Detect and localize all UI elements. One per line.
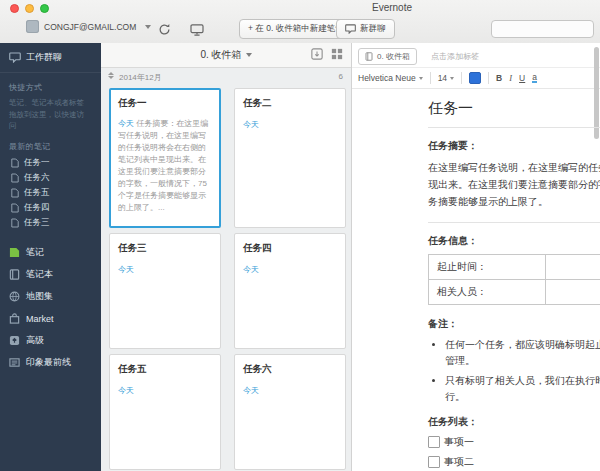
sidebar-item-premium[interactable]: 高级 bbox=[0, 330, 101, 352]
premium-icon bbox=[9, 335, 20, 346]
note-doc-icon bbox=[11, 158, 19, 168]
checklist-item-label[interactable]: 事项二 bbox=[444, 455, 474, 469]
note-list-header: 0. 收件箱 bbox=[101, 43, 351, 68]
italic-button[interactable]: I bbox=[509, 73, 512, 83]
bold-button[interactable]: B bbox=[496, 73, 502, 83]
note-list-subheader: 2014年12月 6 bbox=[101, 68, 351, 85]
info-label[interactable]: 任务信息： bbox=[428, 234, 600, 248]
note-editor-panel: 0. 收件箱 点击添加标签 Helvetica Neue 14 B I U a … bbox=[352, 43, 600, 471]
note-info-table: 起止时间： 相关人员： bbox=[428, 254, 600, 305]
sidebar-recent-note-2[interactable]: 任务六 bbox=[0, 171, 101, 186]
notebook-chip[interactable]: 0. 收件箱 bbox=[358, 48, 417, 65]
sidebar-recent-note-1[interactable]: 任务一 bbox=[0, 156, 101, 171]
notes-label[interactable]: 备注： bbox=[428, 317, 600, 331]
chevron-down-icon bbox=[450, 77, 454, 80]
sidebar-recent-note-3[interactable]: 任务五 bbox=[0, 186, 101, 201]
bullet-item[interactable]: 只有标明了相关人员，我们在执行时才能够很好的督促相关任务的执行。 bbox=[445, 373, 600, 405]
note-card-date: 今天 bbox=[118, 119, 134, 128]
card-view-icon[interactable] bbox=[331, 48, 343, 60]
zoom-window-button[interactable] bbox=[40, 4, 49, 13]
note-card-title: 任务三 bbox=[118, 242, 212, 255]
account-menu[interactable]: CONGJF@GMAIL.COM bbox=[26, 20, 151, 33]
atlas-globe-icon bbox=[9, 291, 20, 302]
sidebar-item-notebooks[interactable]: 笔记本 bbox=[0, 264, 101, 286]
note-card-date: 今天 bbox=[243, 119, 337, 130]
font-size-select[interactable]: 14 bbox=[438, 73, 454, 83]
table-row: 起止时间： bbox=[429, 255, 600, 280]
recent-note-label: 任务一 bbox=[24, 157, 50, 169]
note-card-title: 任务二 bbox=[243, 97, 337, 110]
table-cell-label[interactable]: 起止时间： bbox=[429, 255, 546, 280]
note-card-date: 今天 bbox=[118, 385, 212, 396]
sidebar-item-market[interactable]: Market bbox=[0, 308, 101, 330]
sort-order-icon[interactable] bbox=[108, 72, 114, 79]
checklist-label[interactable]: 任务列表： bbox=[428, 415, 600, 429]
checklist-item: 事项一 bbox=[428, 435, 600, 449]
note-card-date: 今天 bbox=[118, 264, 212, 275]
search-input[interactable] bbox=[491, 20, 594, 38]
sidebar-item-atlas[interactable]: 地图集 bbox=[0, 286, 101, 308]
minimize-window-button[interactable] bbox=[25, 4, 34, 13]
new-note-label: + 在 0. 收件箱中新建笔记 bbox=[248, 23, 344, 35]
note-card-snippet: 今天 任务摘要：在这里编写任务说明，在这里编写的任务说明将会在右侧的笔记列表中呈… bbox=[118, 118, 212, 214]
sidebar: 工作群聊 快捷方式 笔记、笔记本或者标签拖放到这里，以快速访问 最新的笔记 任务… bbox=[0, 43, 101, 471]
avatar bbox=[26, 20, 39, 33]
work-chat-icon bbox=[9, 52, 21, 63]
account-email: CONGJF@GMAIL.COM bbox=[44, 22, 136, 32]
highlight-button[interactable]: a bbox=[532, 73, 537, 84]
shortcuts-hint: 笔记、笔记本或者标签拖放到这里，以快速访问 bbox=[9, 97, 91, 132]
table-row: 相关人员： bbox=[429, 280, 600, 305]
section-divider bbox=[428, 222, 600, 223]
sidebar-item-frontline[interactable]: 印象最前线 bbox=[0, 352, 101, 374]
note-title[interactable]: 任务一 bbox=[428, 99, 600, 118]
note-bullet-list: 任何一个任务，都应该明确标明起止时间，我们要按照时间情况进行管理。 只有标明了相… bbox=[428, 337, 600, 405]
presentation-icon[interactable] bbox=[190, 24, 204, 36]
note-doc-icon bbox=[11, 173, 19, 183]
close-window-button[interactable] bbox=[10, 4, 19, 13]
chevron-down-icon bbox=[419, 77, 423, 80]
newspaper-icon bbox=[9, 357, 20, 368]
sidebar-recent-note-4[interactable]: 任务四 bbox=[0, 201, 101, 216]
sync-icon[interactable] bbox=[158, 23, 171, 36]
recent-note-label: 任务三 bbox=[24, 217, 50, 229]
note-count: 6 bbox=[339, 72, 343, 81]
underline-button[interactable]: U bbox=[519, 73, 525, 83]
note-card-3[interactable]: 任务三 今天 bbox=[109, 233, 221, 349]
note-card-title: 任务四 bbox=[243, 242, 337, 255]
checklist-item-label[interactable]: 事项一 bbox=[444, 435, 474, 449]
summary-label[interactable]: 任务摘要： bbox=[428, 139, 600, 153]
divider bbox=[430, 72, 431, 84]
checkbox[interactable] bbox=[428, 436, 440, 448]
sidebar-item-work-chat[interactable]: 工作群聊 bbox=[0, 43, 101, 73]
note-card-1[interactable]: 任务一 今天 任务摘要：在这里编写任务说明，在这里编写的任务说明将会在右侧的笔记… bbox=[109, 88, 221, 228]
font-family-select[interactable]: Helvetica Neue bbox=[358, 73, 423, 83]
checkbox[interactable] bbox=[428, 456, 440, 468]
editor-infobar: 0. 收件箱 点击添加标签 bbox=[352, 43, 600, 67]
market-bag-icon bbox=[9, 313, 20, 324]
nav-label: 高级 bbox=[26, 334, 44, 347]
shortcuts-header: 快捷方式 bbox=[9, 82, 101, 93]
note-card-6[interactable]: 任务六 今天 bbox=[234, 354, 346, 470]
note-card-5[interactable]: 任务五 今天 bbox=[109, 354, 221, 470]
summary-text[interactable]: 在这里编写任务说明，在这里编写的任务说明将会在右侧的笔记列表中呈现出来。在这里我… bbox=[428, 159, 600, 210]
table-cell-empty[interactable] bbox=[546, 255, 600, 280]
recent-note-label: 任务五 bbox=[24, 187, 50, 199]
note-card-4[interactable]: 任务四 今天 bbox=[234, 233, 346, 349]
convert-view-icon[interactable] bbox=[311, 48, 323, 60]
divider bbox=[461, 72, 462, 84]
note-body[interactable]: 任务一 任务摘要： 在这里编写任务说明，在这里编写的任务说明将会在右侧的笔记列表… bbox=[428, 99, 600, 471]
note-card-title: 任务一 bbox=[118, 97, 212, 110]
add-tag-field[interactable]: 点击添加标签 bbox=[431, 51, 479, 62]
notebook-icon bbox=[365, 52, 373, 61]
note-card-date: 今天 bbox=[243, 385, 337, 396]
text-color-swatch[interactable] bbox=[469, 72, 481, 84]
table-cell-label[interactable]: 相关人员： bbox=[429, 280, 546, 305]
sidebar-recent-note-5[interactable]: 任务三 bbox=[0, 216, 101, 231]
note-card-2[interactable]: 任务二 今天 bbox=[234, 88, 346, 228]
new-chat-button[interactable]: 新群聊 bbox=[336, 19, 395, 39]
table-cell-empty[interactable] bbox=[546, 280, 600, 305]
notebook-selector-label: 0. 收件箱 bbox=[200, 49, 241, 60]
sidebar-item-notes[interactable]: 笔记 bbox=[0, 242, 101, 264]
bullet-item[interactable]: 任何一个任务，都应该明确标明起止时间，我们要按照时间情况进行管理。 bbox=[445, 337, 600, 369]
window-chrome: Evernote CONGJF@GMAIL.COM + 在 0. 收件箱中新建笔… bbox=[0, 0, 600, 44]
